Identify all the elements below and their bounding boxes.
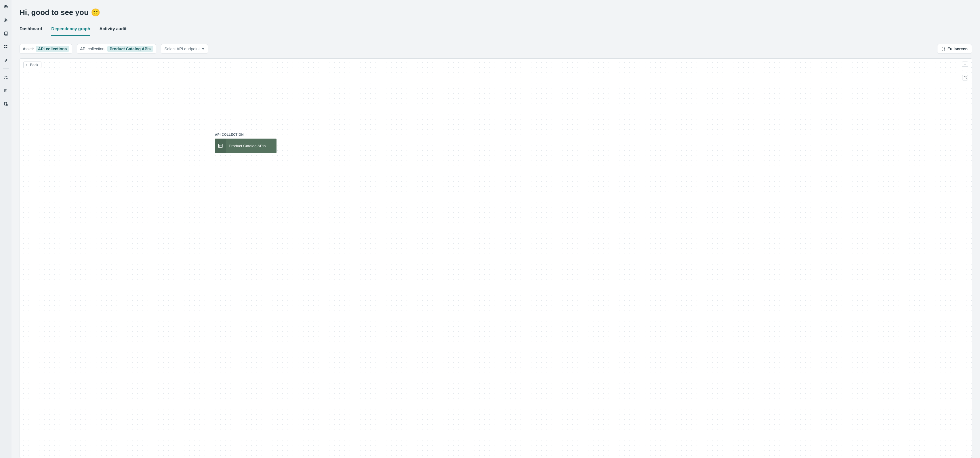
svg-rect-0 <box>4 45 5 46</box>
zoom-controls: + − <box>962 62 968 81</box>
filter-collection-value: Product Catalog APIs <box>107 46 153 52</box>
filter-asset-label: Asset: <box>23 47 34 51</box>
fullscreen-icon <box>942 47 945 51</box>
tab-dependency-graph[interactable]: Dependency graph <box>51 26 90 36</box>
sidebar-item-review[interactable] <box>2 100 9 107</box>
chevron-down-icon <box>202 48 204 50</box>
filter-row: Asset: API collections API collection: P… <box>19 44 972 54</box>
filter-collection-label: API collection: <box>80 47 106 51</box>
select-endpoint-label: Select API endpoint <box>165 47 200 51</box>
zoom-group: + − <box>962 62 968 71</box>
node-title: Product Catalog APIs <box>226 139 277 153</box>
select-endpoint[interactable]: Select API endpoint <box>161 44 208 54</box>
book-icon <box>4 31 8 36</box>
clipboard-icon <box>4 89 8 93</box>
sidebar-item-settings[interactable] <box>2 56 9 63</box>
sidebar-item-report[interactable] <box>2 87 9 94</box>
page-title: Hi, good to see you 🙂 <box>19 8 972 17</box>
sidebar <box>0 0 11 458</box>
page-title-text: Hi, good to see you <box>19 8 89 17</box>
back-button[interactable]: Back <box>23 62 41 68</box>
sidebar-divider <box>3 68 9 69</box>
sidebar-item-explore[interactable] <box>2 17 9 24</box>
zoom-fit-button[interactable] <box>962 75 968 81</box>
wrench-icon <box>4 58 8 62</box>
layers-icon <box>3 5 8 9</box>
back-label: Back <box>30 63 38 67</box>
snowflake-icon <box>3 18 8 22</box>
node-icon-wrap <box>215 139 226 153</box>
users-icon <box>4 75 8 80</box>
chevron-left-icon <box>25 63 28 67</box>
page-title-emoji: 🙂 <box>91 8 100 17</box>
svg-rect-2 <box>4 47 5 48</box>
clipboard-clock-icon <box>4 102 8 106</box>
tab-activity-audit[interactable]: Activity audit <box>99 26 126 36</box>
fit-icon <box>964 76 967 79</box>
fullscreen-label: Fullscreen <box>948 47 967 51</box>
filter-asset-value: API collections <box>36 46 69 52</box>
sidebar-item-layers[interactable] <box>2 3 9 10</box>
svg-rect-10 <box>218 144 223 147</box>
grid-icon <box>4 44 8 49</box>
filter-asset[interactable]: Asset: API collections <box>19 44 72 54</box>
sidebar-item-users[interactable] <box>2 74 9 81</box>
zoom-out-button[interactable]: − <box>962 67 968 71</box>
svg-point-9 <box>965 77 965 78</box>
svg-point-5 <box>6 76 7 77</box>
svg-rect-1 <box>6 45 7 46</box>
database-table-icon <box>218 143 223 148</box>
tabs: Dashboard Dependency graph Activity audi… <box>19 26 972 36</box>
sidebar-item-grid[interactable] <box>2 43 9 50</box>
fullscreen-button[interactable]: Fullscreen <box>937 44 972 54</box>
zoom-in-button[interactable]: + <box>962 62 968 67</box>
svg-rect-3 <box>6 47 7 48</box>
sidebar-item-docs[interactable] <box>2 30 9 37</box>
node-card[interactable]: Product Catalog APIs <box>215 139 277 153</box>
filter-collection[interactable]: API collection: Product Catalog APIs <box>77 44 156 54</box>
dependency-canvas[interactable]: Back + − API COLLECTION <box>19 59 972 458</box>
node-type-label: API COLLECTION <box>215 133 277 136</box>
svg-point-4 <box>5 76 6 77</box>
main-content: Hi, good to see you 🙂 Dashboard Dependen… <box>11 0 980 458</box>
tab-dashboard[interactable]: Dashboard <box>19 26 42 36</box>
graph-node: API COLLECTION Product Catalog APIs <box>215 133 277 153</box>
